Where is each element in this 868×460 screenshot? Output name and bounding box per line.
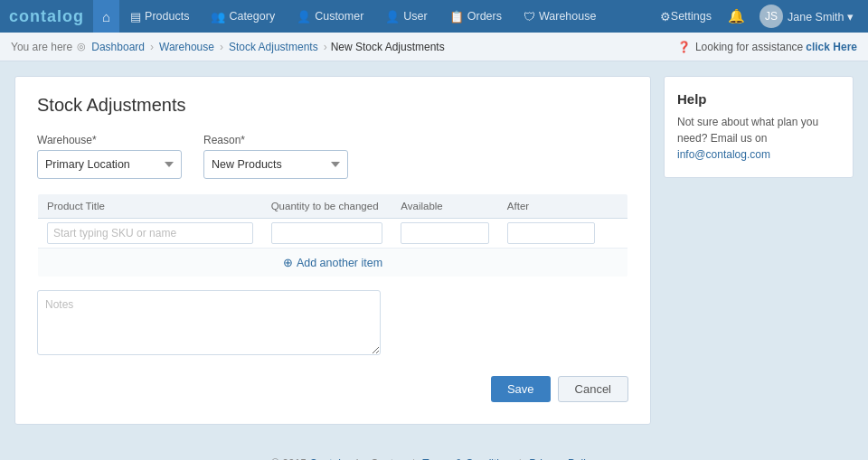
reason-label: Reason*: [203, 134, 348, 146]
table-row: [38, 219, 628, 249]
nav-right: ⚙ Settings 🔔 JS Jane Smith ▾: [653, 5, 859, 28]
delete-cell: [604, 219, 627, 249]
nav-home-button[interactable]: ⌂: [93, 0, 119, 33]
settings-button[interactable]: ⚙ Settings: [653, 10, 719, 23]
main-area: Stock Adjustments Warehouse* Primary Loc…: [0, 61, 868, 439]
col-after-title: After: [498, 194, 605, 219]
add-item-cell: ⊕ Add another item: [38, 249, 628, 277]
orders-icon: 📋: [449, 10, 464, 23]
navbar: contalog ⌂ ▤ Products 👥 Category 👤 Custo…: [0, 0, 868, 33]
notes-textarea[interactable]: [37, 290, 381, 355]
customer-icon: 👤: [297, 10, 311, 23]
warehouse-icon: 🛡: [524, 10, 535, 23]
nav-item-orders[interactable]: 📋 Orders: [439, 0, 513, 33]
help-text: Not sure about what plan you need? Email…: [677, 116, 818, 145]
nav-items: ▤ Products 👥 Category 👤 Customer 👤 User …: [119, 0, 653, 33]
save-button[interactable]: Save: [491, 376, 551, 402]
action-buttons: Save Cancel: [37, 376, 628, 402]
avatar: JS: [760, 5, 783, 28]
nav-item-category[interactable]: 👥 Category: [200, 0, 286, 33]
breadcrumb-bar: You are here ◎ Dashboard › Warehouse › S…: [0, 33, 868, 61]
add-item-button[interactable]: ⊕ Add another item: [283, 256, 382, 269]
help-email-link[interactable]: info@contalog.com: [677, 148, 770, 161]
avail-input[interactable]: [401, 222, 489, 244]
notes-area: [37, 290, 628, 358]
settings-icon: ⚙: [660, 10, 671, 23]
breadcrumb-help: ❓ Looking for assistance click Here: [677, 41, 857, 53]
click-here-link[interactable]: click Here: [806, 41, 857, 53]
qty-input[interactable]: [271, 222, 383, 244]
col-qty-title: Quantity to be changed: [262, 194, 392, 219]
col-avail-title: Available: [392, 194, 498, 219]
category-icon: 👥: [211, 10, 225, 23]
notifications-button[interactable]: 🔔: [722, 8, 750, 24]
add-item-icon: ⊕: [283, 256, 293, 269]
breadcrumb-dashboard[interactable]: Dashboard: [91, 41, 145, 53]
stock-table: Product Title Quantity to be changed Ava…: [37, 193, 628, 277]
products-icon: ▤: [130, 10, 141, 23]
table-header-row: Product Title Quantity to be changed Ava…: [38, 194, 628, 219]
product-cell: [38, 219, 262, 249]
help-text: Looking for assistance: [695, 41, 803, 53]
bell-icon: 🔔: [728, 8, 745, 23]
brand-logo[interactable]: contalog: [9, 7, 84, 26]
qty-cell: [262, 219, 392, 249]
help-icon: ❓: [677, 41, 691, 53]
sku-input[interactable]: [47, 222, 253, 244]
footer: © 2015 Contalog by Contus | Terms & Cond…: [0, 446, 868, 460]
reason-select[interactable]: New Products Damaged Lost Correction: [203, 150, 348, 179]
warehouse-select[interactable]: Primary Location Secondary Location Ware…: [37, 150, 182, 179]
home-icon: ⌂: [102, 9, 110, 24]
breadcrumb-stock-adjustments[interactable]: Stock Adjustments: [229, 41, 318, 53]
after-input[interactable]: [507, 222, 596, 244]
user-nav-icon: 👤: [385, 10, 400, 23]
warehouse-label: Warehouse*: [37, 134, 182, 146]
breadcrumb-warehouse[interactable]: Warehouse: [159, 41, 214, 53]
nav-item-customer[interactable]: 👤 Customer: [286, 0, 374, 33]
col-delete-title: [604, 194, 627, 219]
reason-field-group: Reason* New Products Damaged Lost Correc…: [203, 134, 348, 179]
after-cell: [498, 219, 605, 249]
avail-cell: [392, 219, 498, 249]
help-panel: Help Not sure about what plan you need? …: [664, 76, 854, 178]
col-product-title: Product Title: [38, 194, 262, 219]
you-are-here-label: You are here: [11, 41, 72, 53]
breadcrumb-current: New Stock Adjustments: [331, 41, 445, 53]
add-item-row: ⊕ Add another item: [38, 249, 628, 277]
nav-item-products[interactable]: ▤ Products: [119, 0, 200, 33]
nav-item-warehouse[interactable]: 🛡 Warehouse: [513, 0, 607, 33]
cancel-button[interactable]: Cancel: [558, 376, 628, 402]
help-body: Not sure about what plan you need? Email…: [677, 114, 840, 163]
form-fields-row: Warehouse* Primary Location Secondary Lo…: [37, 134, 628, 179]
add-item-label: Add another item: [297, 257, 382, 269]
user-menu-button[interactable]: JS Jane Smith ▾: [754, 5, 859, 28]
form-panel: Stock Adjustments Warehouse* Primary Loc…: [14, 76, 651, 425]
user-name-label: Jane Smith ▾: [788, 10, 854, 23]
warehouse-field-group: Warehouse* Primary Location Secondary Lo…: [37, 134, 182, 179]
form-title: Stock Adjustments: [37, 95, 628, 116]
breadcrumb-home-icon: ◎: [77, 41, 86, 52]
help-title: Help: [677, 91, 840, 107]
avatar-initials: JS: [765, 10, 778, 23]
nav-item-user[interactable]: 👤 User: [374, 0, 438, 33]
